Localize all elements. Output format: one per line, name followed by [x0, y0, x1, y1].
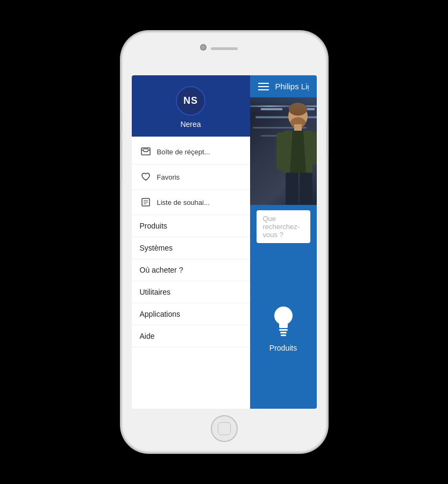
sidebar-item-help[interactable]: Aide	[132, 325, 250, 347]
hero-background	[250, 97, 317, 205]
heart-icon	[140, 171, 152, 183]
phone-speaker	[211, 47, 238, 50]
featured-section: Produits	[250, 248, 317, 409]
sidebar-item-applications[interactable]: Applications	[132, 303, 250, 325]
main-content: Philips Lightin	[250, 75, 317, 409]
sidebar-item-wishlist[interactable]: Liste de souhai...	[132, 190, 250, 215]
avatar: NS	[176, 86, 205, 116]
svg-rect-15	[279, 329, 288, 331]
svg-rect-17	[281, 334, 286, 336]
svg-rect-14	[279, 323, 288, 328]
inbox-label: Boîte de réçept...	[157, 148, 210, 156]
topbar-title: Philips Lightin	[275, 82, 309, 91]
svg-rect-9	[276, 132, 285, 170]
phone-screen: NS Nerea	[132, 75, 317, 409]
search-placeholder: Que recherchez-vous ?	[263, 215, 304, 239]
svg-rect-10	[311, 132, 317, 165]
svg-marker-8	[290, 131, 306, 174]
svg-rect-12	[300, 173, 312, 205]
app-container: NS Nerea	[132, 75, 317, 409]
svg-rect-16	[280, 332, 287, 333]
sidebar-item-favorites[interactable]: Favoris	[132, 165, 250, 190]
hero-banner	[250, 97, 317, 205]
sidebar-item-utilities[interactable]: Utilitaires	[132, 281, 250, 303]
phone-shell: NS Nerea	[122, 32, 326, 452]
svg-rect-6	[294, 124, 302, 131]
favorites-label: Favoris	[157, 173, 180, 181]
search-input-wrapper[interactable]: Que recherchez-vous ?	[257, 210, 310, 243]
inbox-icon	[140, 146, 152, 158]
sidebar-item-inbox[interactable]: Boîte de réçept...	[132, 139, 250, 165]
svg-rect-11	[286, 173, 298, 205]
sidebar-item-systems[interactable]: Systèmes	[132, 237, 250, 259]
person-figure	[274, 97, 317, 205]
sidebar-header: NS Nerea	[132, 75, 250, 137]
sidebar-item-where-to-buy[interactable]: Où acheter ?	[132, 259, 250, 281]
list-icon	[140, 196, 152, 208]
wishlist-label: Liste de souhai...	[157, 198, 210, 207]
search-bar: Que recherchez-vous ?	[250, 205, 317, 248]
front-camera	[200, 44, 207, 51]
user-name: Nerea	[180, 120, 201, 129]
home-button[interactable]	[211, 415, 238, 442]
sidebar-item-products[interactable]: Produits	[132, 215, 250, 237]
sidebar-menu: Boîte de réçept... Favoris	[132, 137, 250, 409]
topbar: Philips Lightin	[250, 75, 317, 97]
hamburger-button[interactable]	[258, 83, 269, 90]
phone-mockup: NS Nerea	[122, 32, 326, 452]
sidebar: NS Nerea	[132, 75, 250, 409]
lightbulb-icon	[270, 305, 297, 337]
featured-label: Produits	[269, 344, 297, 352]
svg-point-13	[274, 307, 293, 325]
